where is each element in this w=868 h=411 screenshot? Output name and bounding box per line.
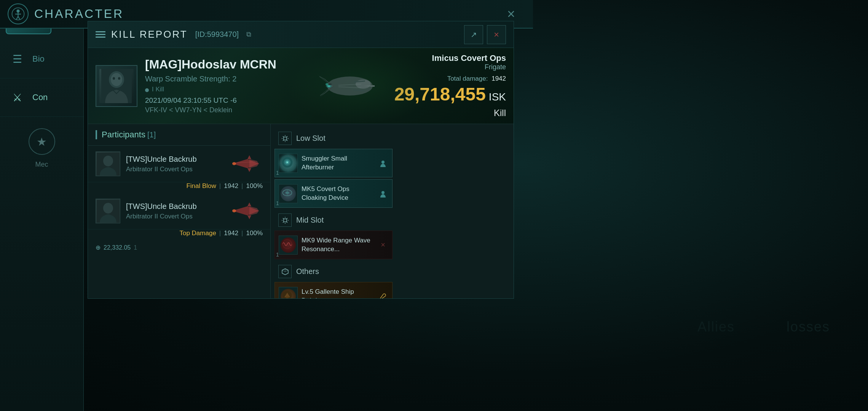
svg-point-22	[103, 156, 113, 166]
kill-dot	[145, 88, 149, 92]
afterburner-icon	[281, 156, 296, 171]
others-section: Others 1	[271, 261, 514, 298]
participant-item-2: [TWS]Uncle Backrub Arbitrator II Covert …	[88, 193, 270, 240]
participant-row-2: [TWS]Uncle Backrub Arbitrator II Covert …	[88, 193, 270, 229]
ship-image	[304, 52, 396, 120]
modal-close-button[interactable]: ×	[487, 25, 506, 44]
participants-bar-accent	[96, 130, 97, 139]
svg-line-4	[16, 16, 18, 19]
low-slot-item-2: 1 MK5 Covert Ops Cloaking Device	[274, 179, 393, 208]
others-items: 1 Lv.5 Gallente Ship Debris	[271, 282, 514, 298]
low-slot-section: Low Slot 1	[271, 128, 514, 208]
participants-header: Participants [1]	[88, 124, 270, 146]
sidebar-item-medals-label: Mec	[0, 161, 83, 169]
modal-header: KILL REPORT [ID:5993470] ⧉ ↗ ×	[88, 21, 514, 48]
others-item-1-name: Lv.5 Gallente Ship Debris	[302, 288, 374, 298]
bio-icon: ☰	[8, 49, 27, 68]
character-title: CHARACTER	[34, 7, 124, 21]
mid-slot-item-1: 1 MK9 Wide Range Wave Resonance...	[274, 231, 393, 259]
modal-id: [ID:5993470]	[195, 30, 239, 39]
victim-avatar-inner	[99, 69, 134, 103]
kill-report-modal: KILL REPORT [ID:5993470] ⧉ ↗ ×	[88, 21, 514, 299]
participants-bottom-total: ⊕ 22,332.05 1	[88, 240, 270, 255]
participant-1-percent: 100%	[246, 182, 263, 190]
equipment-panel: Low Slot 1	[271, 124, 514, 298]
participant-1-info: [TWS]Uncle Backrub Arbitrator II Covert …	[126, 155, 223, 173]
participant-row-1: [TWS]Uncle Backrub Arbitrator II Covert …	[88, 146, 270, 182]
participant-2-avatar	[96, 199, 120, 223]
kill-content: Participants [1] [TWS]Uncle Backrub	[88, 124, 514, 298]
participant-2-ship: Arbitrator II Covert Ops	[126, 213, 223, 220]
svg-point-20	[326, 83, 329, 85]
kill-location: VFK-IV < VW7-YN < Deklein	[145, 106, 293, 114]
modal-title: KILL REPORT	[111, 29, 188, 40]
participant-1-avatar	[96, 151, 120, 176]
svg-point-37	[381, 191, 385, 194]
sidebar-item-bio[interactable]: ☰ Bio	[0, 40, 83, 78]
svg-line-5	[18, 16, 20, 19]
mid-slot-item-1-destroyed-icon: ×	[378, 240, 388, 250]
low-slot-icon	[278, 132, 292, 145]
export-button[interactable]: ↗	[464, 25, 483, 44]
participant-2-info: [TWS]Uncle Backrub Arbitrator II Covert …	[126, 202, 223, 220]
svg-point-1	[17, 10, 20, 13]
others-header: Others	[271, 261, 514, 282]
combat-icon: ⚔	[8, 88, 27, 107]
mid-slot-item-1-icon	[279, 236, 298, 255]
svg-point-23	[232, 162, 236, 165]
participant-2-name: [TWS]Uncle Backrub	[126, 202, 223, 211]
svg-point-8	[111, 73, 122, 86]
ship-type: Frigate	[485, 63, 506, 71]
others-title: Others	[296, 267, 319, 276]
svg-point-10	[118, 77, 120, 80]
low-slot-item-1-name: Smuggler Small Afterburner	[302, 155, 374, 171]
ship-render	[293, 48, 407, 124]
others-icon	[278, 265, 292, 278]
svg-point-32	[287, 161, 288, 163]
participant-item-1: [TWS]Uncle Backrub Arbitrator II Covert …	[88, 146, 270, 193]
participant-2-ship-icon	[228, 201, 263, 221]
modal-actions: ↗ ×	[464, 25, 506, 44]
sidebar-item-combat-label: Con	[32, 92, 48, 102]
participant-1-ship: Arbitrator II Covert Ops	[126, 166, 223, 173]
low-slot-item-2-name: MK5 Covert Ops Cloaking Device	[302, 185, 374, 202]
low-slot-item-1-action	[378, 158, 388, 169]
debris-icon	[281, 289, 296, 299]
mid-slot-section: Mid Slot 1	[271, 210, 514, 259]
svg-rect-28	[284, 137, 287, 140]
ship-name: Imicus Covert Ops	[432, 53, 506, 63]
modal-menu-button[interactable]	[96, 31, 105, 38]
kill-badge: I Kill	[152, 86, 164, 93]
low-slot-items: 1 Smuggler Small After	[271, 149, 514, 208]
others-item-1: 1 Lv.5 Gallente Ship Debris	[274, 282, 393, 298]
participant-1-stats: Final Blow | 1942 | 100%	[88, 182, 270, 193]
mid-slot-item-1-name: MK9 Wide Range Wave Resonance...	[302, 236, 374, 253]
victim-warp-scramble: Warp Scramble Strength: 2	[145, 75, 293, 83]
low-slot-title: Low Slot	[296, 134, 326, 143]
low-slot-header: Low Slot	[271, 128, 514, 149]
low-slot-item-1: 1 Smuggler Small After	[274, 149, 393, 177]
character-icon	[8, 3, 29, 24]
bottom-total-value: 22,332.05	[104, 244, 131, 251]
final-blow-label: Final Blow	[186, 182, 216, 190]
others-item-1-wrench-icon	[378, 291, 388, 299]
plus-icon: ⊕	[96, 244, 101, 251]
copy-id-icon[interactable]: ⧉	[246, 30, 251, 38]
kill-hero: [MAG]Hodoslav MCRN Warp Scramble Strengt…	[88, 48, 514, 124]
victim-info: [MAG]Hodoslav MCRN Warp Scramble Strengt…	[145, 54, 293, 118]
participant-1-name: [TWS]Uncle Backrub	[126, 155, 223, 164]
sidebar-item-bio-label: Bio	[32, 54, 45, 64]
participant-1-ship-icon	[228, 153, 263, 174]
total-damage-value: 1942	[491, 75, 506, 82]
cloaking-icon	[281, 186, 296, 201]
sidebar: ☰ Bio ⚔ Con ★ Mec	[0, 0, 84, 411]
svg-point-9	[113, 77, 115, 80]
participant-2-percent: 100%	[246, 229, 263, 237]
svg-rect-38	[284, 219, 287, 222]
sidebar-item-combat[interactable]: ⚔ Con	[0, 78, 83, 117]
low-slot-item-2-icon	[279, 184, 298, 203]
mid-slot-title: Mid Slot	[296, 216, 324, 225]
svg-point-26	[103, 203, 113, 213]
victim-name: [MAG]Hodoslav MCRN	[145, 57, 293, 72]
top-damage-label: Top Damage	[179, 229, 216, 237]
